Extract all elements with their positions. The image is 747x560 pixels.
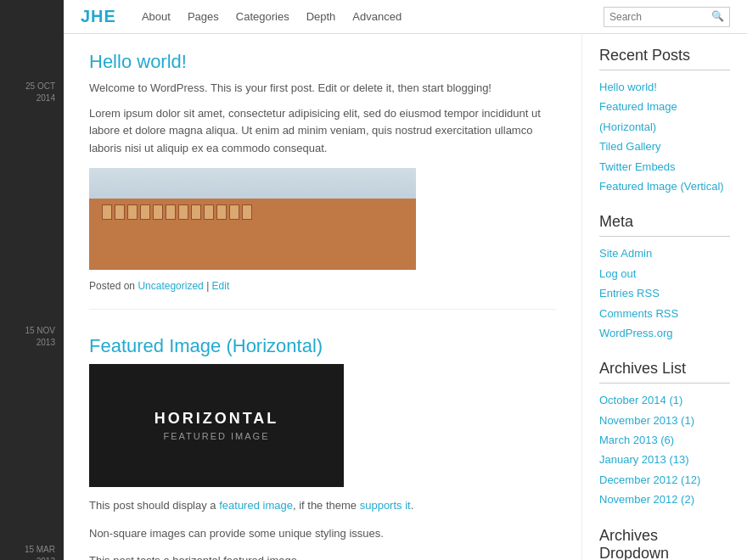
archive-nov-2012[interactable]: November 2012 (2) (599, 490, 730, 509)
archive-jan-2013[interactable]: January 2013 (13) (599, 450, 730, 469)
recent-post-3[interactable]: Tiled Gallery (599, 137, 730, 156)
log-out-link[interactable]: Log out (599, 264, 730, 283)
archives-list-title: Archives List (599, 360, 730, 384)
archive-dec-2012[interactable]: December 2012 (12) (599, 470, 730, 490)
post-featured-horizontal: Featured Image (Horizontal) HORIZONTAL F… (89, 335, 556, 560)
nav-depth[interactable]: Depth (306, 10, 336, 23)
recent-posts-title: Recent Posts (599, 47, 730, 70)
horizontal-image-sublabel: FEATURED IMAGE (164, 431, 270, 441)
nav-advanced[interactable]: Advanced (352, 10, 402, 23)
left-sidebar: 25 OCT2014 15 NOV2013 15 MAR2013 (0, 0, 64, 560)
post-body-horizontal-1: This post should display a featured imag… (89, 497, 556, 515)
post-hello-world: Hello world! Welcome to WordPress. This … (89, 51, 556, 310)
archive-mar-2013[interactable]: March 2013 (6) (599, 430, 730, 450)
site-admin-link[interactable]: Site Admin (599, 244, 730, 263)
archive-oct-2014[interactable]: October 2014 (1) (599, 390, 730, 410)
comments-rss-link[interactable]: Comments RSS (599, 304, 730, 323)
post-date-3: 15 MAR2013 (0, 544, 64, 560)
search-icon[interactable]: 🔍 (711, 10, 724, 23)
recent-post-4[interactable]: Twitter Embeds (599, 157, 730, 176)
nav-pages[interactable]: Pages (188, 10, 219, 23)
recent-post-2[interactable]: Featured Image (Horizontal) (599, 97, 730, 137)
post-title-horizontal[interactable]: Featured Image (Horizontal) (89, 335, 556, 357)
archives-list-section: Archives List October 2014 (1) November … (599, 360, 730, 509)
horizontal-featured-image: HORIZONTAL FEATURED IMAGE (89, 364, 344, 487)
main-nav: About Pages Categories Depth Advanced (142, 10, 402, 23)
post-subtitle-hello-world: Welcome to WordPress. This is your first… (89, 80, 556, 97)
horizontal-image-label: HORIZONTAL (154, 410, 279, 428)
post-date-1: 25 OCT2014 (0, 81, 64, 104)
posts-area: Hello world! Welcome to WordPress. This … (64, 34, 581, 560)
meta-title: Meta (599, 213, 730, 237)
recent-posts-section: Recent Posts Hello world! Featured Image… (599, 47, 730, 196)
post-date-2: 15 NOV2013 (0, 325, 64, 349)
post-meta-hello-world: Posted on Uncategorized | Edit (89, 280, 556, 292)
nav-categories[interactable]: Categories (236, 10, 289, 23)
wordpress-org-link[interactable]: WordPress.org (599, 323, 730, 343)
recent-post-1[interactable]: Hello world! (599, 77, 730, 97)
recent-post-5[interactable]: Featured Image (Vertical) (599, 176, 730, 196)
content-area: Hello world! Welcome to WordPress. This … (64, 34, 747, 560)
meta-section: Meta Site Admin Log out Entries RSS Comm… (599, 213, 730, 343)
search-box[interactable]: 🔍 (604, 7, 730, 27)
archives-dropdown-title: Archives Dropdown (599, 527, 730, 560)
post-cat-link[interactable]: Uncategorized (138, 280, 203, 292)
entries-rss-link[interactable]: Entries RSS (599, 283, 730, 303)
site-title[interactable]: JHE (81, 7, 116, 26)
archive-nov-2013[interactable]: November 2013 (1) (599, 411, 730, 430)
archives-dropdown-section: Archives Dropdown Select Month (599, 527, 730, 560)
post-body-horizontal-2: Non-square images can provide some uniqu… (89, 525, 556, 543)
search-input[interactable] (609, 11, 711, 23)
post-body-horizontal-3: This post tests a horizontal featured im… (89, 552, 556, 560)
featured-image-link[interactable]: featured image (219, 499, 293, 512)
post-body-hello-world: Lorem ipsum dolor sit amet, consectetur … (89, 105, 556, 158)
header: JHE About Pages Categories Depth Advance… (64, 0, 747, 34)
supports-link[interactable]: supports it (360, 499, 411, 512)
right-sidebar: Recent Posts Hello world! Featured Image… (581, 34, 747, 560)
main-content: JHE About Pages Categories Depth Advance… (64, 0, 747, 560)
nav-about[interactable]: About (142, 10, 171, 23)
post-title-hello-world[interactable]: Hello world! (89, 51, 556, 73)
post-image-hello-world (89, 168, 416, 270)
post-edit-link[interactable]: Edit (212, 280, 230, 292)
